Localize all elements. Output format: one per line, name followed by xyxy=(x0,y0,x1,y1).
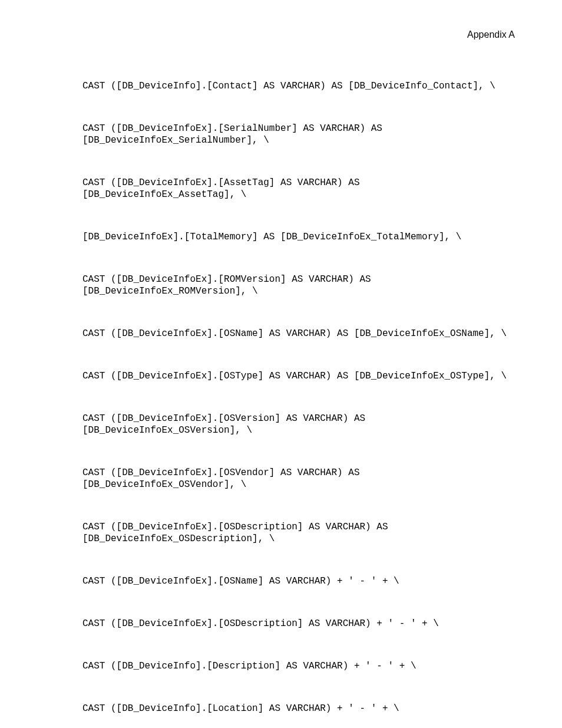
code-line: CAST ([DB_DeviceInfoEx].[ROMVersion] AS … xyxy=(82,274,515,297)
code-line: CAST ([DB_DeviceInfoEx].[OSName] AS VARC… xyxy=(82,575,515,587)
code-line: CAST ([DB_DeviceInfoEx].[AssetTag] AS VA… xyxy=(82,177,515,200)
code-line: CAST ([DB_DeviceInfoEx].[OSType] AS VARC… xyxy=(82,370,515,382)
code-line: CAST ([DB_DeviceInfoEx].[OSName] AS VARC… xyxy=(82,328,515,340)
code-line: CAST ([DB_DeviceInfo].[Contact] AS VARCH… xyxy=(82,80,515,92)
code-line: CAST ([DB_DeviceInfoEx].[OSDescription] … xyxy=(82,618,515,630)
code-line: CAST ([DB_DeviceInfoEx].[OSDescription] … xyxy=(82,521,515,545)
code-block: CAST ([DB_DeviceInfo].[Contact] AS VARCH… xyxy=(82,57,515,728)
document-page: Appendix A CAST ([DB_DeviceInfo].[Contac… xyxy=(0,0,562,728)
code-line: CAST ([DB_DeviceInfoEx].[OSVendor] AS VA… xyxy=(82,467,515,490)
code-line: CAST ([DB_DeviceInfo].[Location] AS VARC… xyxy=(82,703,515,714)
code-line: [DB_DeviceInfoEx].[TotalMemory] AS [DB_D… xyxy=(82,231,515,243)
code-line: CAST ([DB_DeviceInfoEx].[OSVersion] AS V… xyxy=(82,413,515,436)
code-line: CAST ([DB_DeviceInfo].[Description] AS V… xyxy=(82,660,515,672)
code-line: CAST ([DB_DeviceInfoEx].[SerialNumber] A… xyxy=(82,123,515,146)
header-appendix: Appendix A xyxy=(82,29,515,40)
